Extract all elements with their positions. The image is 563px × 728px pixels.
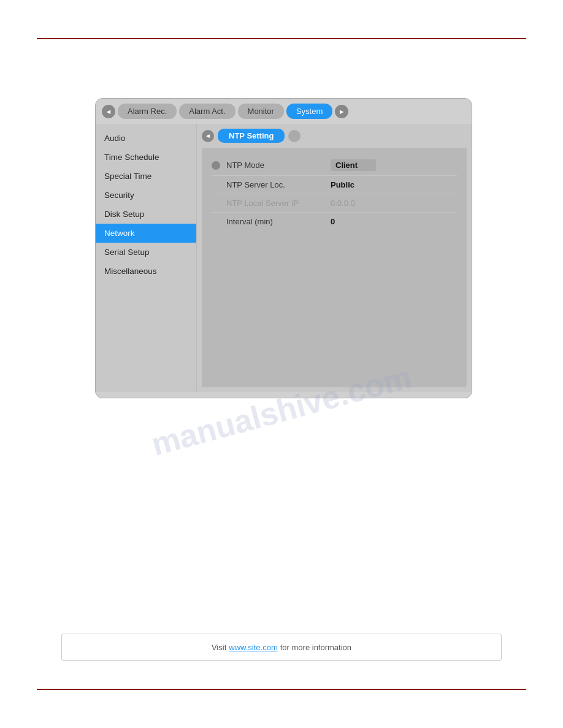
value-ntp-local-server-ip: 0.0.0.0: [331, 199, 355, 208]
bottom-box-text2: for more information: [280, 643, 351, 652]
ntp-mode-indicator: [212, 161, 220, 170]
setting-row-interval: Interval (min) 0: [212, 213, 457, 230]
tab-alarm-act[interactable]: Alarm Act.: [179, 104, 235, 119]
sidebar-item-special-time[interactable]: Special Time: [96, 167, 196, 186]
tab-system[interactable]: System: [286, 104, 332, 119]
value-interval: 0: [331, 217, 335, 226]
sidebar-item-audio[interactable]: Audio: [96, 129, 196, 148]
tab-alarm-rec[interactable]: Alarm Rec.: [118, 104, 177, 119]
bottom-decorative-line: [37, 689, 526, 690]
sidebar-item-security[interactable]: Security: [96, 186, 196, 205]
bottom-info-box: Visit www.site.com for more information: [61, 634, 502, 661]
sidebar-item-serial-setup[interactable]: Serial Setup: [96, 243, 196, 262]
sub-tab-left-arrow[interactable]: ◄: [202, 130, 214, 142]
tab-bar: ◄ Alarm Rec. Alarm Act. Monitor System ►: [96, 99, 472, 124]
sub-tab-bar: ◄ NTP Setting: [197, 124, 472, 145]
right-panel: ◄ NTP Setting NTP Mode Client NTP Server…: [197, 124, 472, 392]
bottom-box-text: Visit: [212, 643, 226, 652]
value-ntp-mode: Client: [331, 159, 376, 171]
label-ntp-server-loc: NTP Server Loc.: [226, 180, 331, 189]
content-area: Audio Time Schedule Special Time Securit…: [96, 124, 472, 392]
sidebar-item-disk-setup[interactable]: Disk Setup: [96, 205, 196, 224]
sub-tab-ntp-setting[interactable]: NTP Setting: [218, 129, 285, 143]
sidebar-item-miscellaneous[interactable]: Miscellaneous: [96, 262, 196, 281]
main-panel: ◄ Alarm Rec. Alarm Act. Monitor System ►…: [95, 98, 472, 398]
sub-tab-dot: [288, 130, 301, 142]
tab-left-arrow[interactable]: ◄: [102, 105, 115, 118]
sidebar: Audio Time Schedule Special Time Securit…: [96, 124, 197, 392]
tab-monitor[interactable]: Monitor: [238, 104, 284, 119]
value-ntp-server-loc: Public: [331, 180, 354, 189]
setting-row-ntp-server-loc: NTP Server Loc. Public: [212, 176, 457, 194]
setting-row-ntp-local-server-ip: NTP Local Server IP 0.0.0.0: [212, 194, 457, 213]
bottom-box-link[interactable]: www.site.com: [229, 643, 277, 652]
label-ntp-local-server-ip: NTP Local Server IP: [226, 199, 331, 208]
top-decorative-line: [37, 38, 526, 39]
setting-row-ntp-mode: NTP Mode Client: [212, 155, 457, 176]
settings-content: NTP Mode Client NTP Server Loc. Public N…: [202, 148, 467, 387]
tab-right-arrow[interactable]: ►: [335, 105, 348, 118]
label-interval: Interval (min): [226, 217, 331, 226]
sidebar-item-time-schedule[interactable]: Time Schedule: [96, 148, 196, 167]
sidebar-item-network[interactable]: Network: [96, 224, 196, 243]
label-ntp-mode: NTP Mode: [226, 161, 331, 170]
